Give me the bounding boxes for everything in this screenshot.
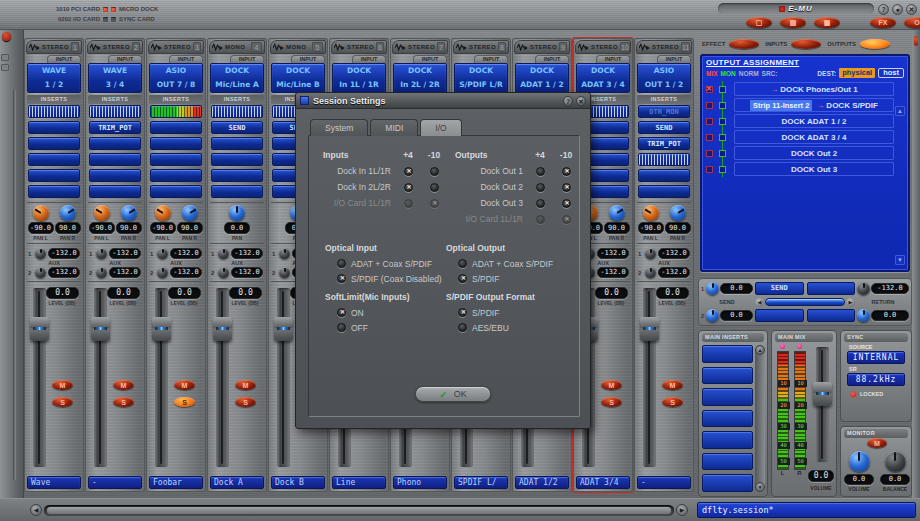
save-session-button[interactable]: ▦ — [814, 17, 840, 28]
mute-button[interactable]: M — [174, 380, 195, 390]
insert-peak-meter[interactable] — [89, 105, 141, 118]
radio-button[interactable] — [337, 274, 346, 283]
solo-button[interactable]: S — [601, 397, 622, 407]
main-insert-slot[interactable] — [702, 453, 753, 471]
input-source-display[interactable]: DOCK In 1L / 1R — [332, 63, 386, 93]
insert-slot[interactable] — [89, 169, 141, 182]
open-session-button[interactable]: ▤ — [780, 17, 806, 28]
minus10-radio[interactable] — [430, 167, 439, 176]
dialog-title-bar[interactable]: Session Settings ? ✕ — [296, 93, 590, 109]
insert-slot[interactable] — [28, 169, 80, 182]
fader-handle[interactable] — [91, 317, 110, 341]
tab-io[interactable]: I/O — [420, 119, 461, 136]
dest-physical-button[interactable]: physical — [839, 68, 875, 78]
aux-bus-slot[interactable] — [807, 282, 856, 295]
new-session-button[interactable]: ▢ — [746, 17, 772, 28]
scrollbar-track[interactable] — [44, 505, 674, 516]
mon-checkbox[interactable] — [719, 166, 726, 173]
pan-knob[interactable] — [229, 205, 245, 221]
insert-slot[interactable] — [150, 153, 202, 166]
send1-knob[interactable] — [706, 282, 719, 295]
main-fader-track[interactable] — [816, 347, 829, 462]
input-source-display[interactable]: WAVE 3 / 4 — [88, 63, 142, 93]
mon-checkbox[interactable] — [719, 86, 726, 93]
strip-name[interactable]: Foobar — [149, 476, 203, 489]
output-destination[interactable]: DOCK ADAT 1 / 2 — [734, 114, 894, 128]
plus4-radio[interactable] — [404, 167, 413, 176]
fader-track[interactable] — [33, 288, 46, 467]
scroll-up-icon[interactable]: ▲ — [895, 106, 905, 116]
strip-type-tab[interactable]: STEREO 7 — [392, 40, 448, 54]
output-destination[interactable]: →DOCK Phones/Out 1 — [734, 82, 894, 96]
dialog-help-button[interactable]: ? — [563, 96, 573, 106]
insert-slot[interactable] — [150, 137, 202, 150]
mon-checkbox[interactable] — [719, 118, 726, 125]
strip-type-tab[interactable]: STEREO 3 — [148, 40, 204, 54]
outputs-view-button[interactable] — [860, 39, 890, 49]
scroll-left-icon[interactable]: ◀ — [30, 504, 42, 516]
minus10-radio[interactable] — [562, 199, 571, 208]
slider-left-icon[interactable]: ◀ — [755, 298, 764, 307]
pan-right-knob[interactable] — [121, 205, 137, 221]
pan-right-knob[interactable] — [670, 205, 686, 221]
strip-name[interactable]: Wave — [27, 476, 81, 489]
minimize-button[interactable]: ● — [892, 4, 903, 15]
strip-name[interactable]: Phono — [393, 476, 447, 489]
aux1-knob[interactable] — [218, 248, 229, 259]
aux1-knob[interactable] — [35, 248, 46, 259]
main-insert-slot[interactable] — [702, 345, 753, 363]
aux2-knob[interactable] — [218, 267, 229, 278]
strip-type-tab[interactable]: STEREO 10 — [575, 40, 631, 54]
insert-slot[interactable]: SEND — [638, 121, 690, 134]
output-destination[interactable]: DOCK Out 3 — [734, 162, 894, 176]
input-source-display[interactable]: DOCK Mic/Line B — [271, 63, 325, 93]
insert-slot[interactable] — [89, 185, 141, 198]
input-source-display[interactable]: WAVE 1 / 2 — [27, 63, 81, 93]
help-button[interactable]: ? — [878, 4, 889, 15]
insert-peak-meter[interactable] — [638, 153, 690, 166]
main-insert-slot[interactable] — [702, 410, 753, 428]
aux-bus-slot[interactable] — [807, 309, 856, 322]
radio-button[interactable] — [458, 259, 467, 268]
input-source-display[interactable]: DOCK ADAT 3 / 4 — [576, 63, 630, 93]
insert-slot[interactable] — [150, 185, 202, 198]
effect-view-button[interactable] — [729, 39, 759, 49]
dialog-close-button[interactable]: ✕ — [576, 96, 586, 106]
scroll-right-icon[interactable]: ▶ — [676, 504, 688, 516]
aux2-knob[interactable] — [157, 267, 168, 278]
insert-slot[interactable] — [28, 137, 80, 150]
strip-name[interactable]: - — [637, 476, 691, 489]
mon-checkbox[interactable] — [719, 102, 726, 109]
radio-button[interactable] — [337, 259, 346, 268]
pan-left-knob[interactable] — [94, 205, 110, 221]
main-insert-slot[interactable] — [702, 431, 753, 449]
insert-slot[interactable] — [28, 121, 80, 134]
aux1-knob[interactable] — [645, 248, 656, 259]
solo-button[interactable]: S — [52, 397, 73, 407]
radio-button[interactable] — [458, 323, 467, 332]
dest-host-button[interactable]: host — [878, 68, 904, 78]
aux2-knob[interactable] — [645, 267, 656, 278]
fx-button[interactable]: FX — [870, 17, 896, 28]
insert-slot[interactable]: TRIM_POT — [89, 121, 141, 134]
scroll-down-icon[interactable]: ▼ — [755, 482, 765, 492]
strip-name[interactable]: Dock A — [210, 476, 264, 489]
output-destination[interactable]: DOCK Out 2 — [734, 146, 894, 160]
input-source-display[interactable]: DOCK In 2L / 2R — [393, 63, 447, 93]
mon-checkbox[interactable] — [719, 134, 726, 141]
fader-handle[interactable] — [274, 317, 293, 341]
strip-name[interactable]: ADAT 1/2 — [515, 476, 569, 489]
insert-slot[interactable]: DTR_MON — [638, 105, 690, 118]
sample-rate-display[interactable]: 88.2kHz — [847, 373, 905, 386]
strip-name[interactable]: - — [88, 476, 142, 489]
rail-led-button[interactable] — [2, 32, 11, 41]
mute-button[interactable]: M — [113, 380, 134, 390]
insert-peak-meter[interactable] — [150, 105, 202, 118]
radio-button[interactable] — [337, 323, 346, 332]
close-button[interactable]: ✕ — [906, 4, 917, 15]
tab-system[interactable]: System — [310, 119, 368, 136]
strip-type-tab[interactable]: STEREO 1 — [26, 40, 82, 54]
mon-checkbox[interactable] — [719, 150, 726, 157]
aux2-knob[interactable] — [279, 267, 290, 278]
pan-left-knob[interactable] — [155, 205, 171, 221]
